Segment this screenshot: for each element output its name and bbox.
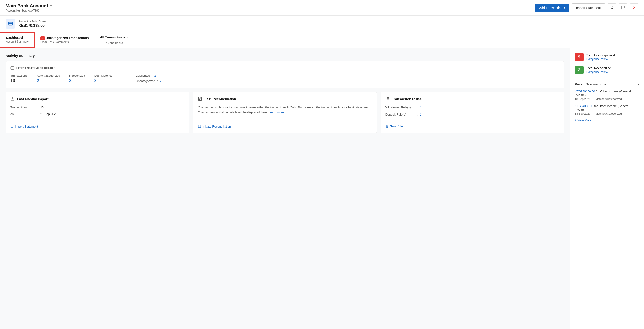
tab-dashboard-subtitle: Account Summary bbox=[6, 40, 28, 43]
add-transaction-button[interactable]: Add Transaction ▾ bbox=[535, 4, 569, 12]
chat-button[interactable] bbox=[618, 4, 628, 12]
new-rule-label: New Rule bbox=[390, 125, 403, 128]
stat-auto-label: Auto-Categorized bbox=[37, 74, 60, 77]
chat-icon bbox=[621, 6, 625, 10]
tab-all-transactions[interactable]: All Transactions ▾ In Zoho Books bbox=[94, 32, 133, 48]
recent-transactions-title: Recent Transactions bbox=[575, 83, 606, 86]
deposit-rule-colon: : bbox=[417, 112, 418, 117]
tabs-bar: Dashboard Account Summary 9 Uncategorize… bbox=[0, 32, 644, 48]
transaction-item-1: KES34038.00 for Other Income (General In… bbox=[575, 104, 640, 115]
uncategorized-badge: 9 bbox=[40, 36, 45, 40]
balance-info: Amount in Zoho Books KES170,188.00 bbox=[18, 20, 46, 28]
categorize-now-uncategorized-link[interactable]: Categorize now ▸ bbox=[586, 58, 615, 61]
stat-recognized: Recognized 2 bbox=[69, 74, 85, 83]
total-recognized-title: Total Recognized bbox=[586, 66, 611, 70]
left-panel: Activity Summary LATEST STATEMENT DETAIL… bbox=[0, 48, 570, 329]
transaction-item-0: KES136150.00 for Other Income (General I… bbox=[575, 89, 640, 101]
account-dropdown-icon[interactable]: ▾ bbox=[50, 4, 52, 8]
last-reconciliation-footer: Initiate Reconciliation bbox=[198, 125, 372, 128]
stat-auto-value: 2 bbox=[37, 78, 60, 83]
duplicates-row: Duplicates : 2 bbox=[136, 74, 162, 77]
import-transactions-label: Transactions bbox=[10, 105, 36, 110]
balance-icon bbox=[6, 19, 15, 29]
duplicates-section: Duplicates : 2 Uncategorized : 7 bbox=[136, 74, 162, 83]
view-more-link[interactable]: + View More bbox=[575, 119, 640, 122]
settings-icon: ⚙ bbox=[610, 6, 614, 10]
last-manual-import-icon bbox=[10, 97, 14, 101]
uncategorized-row-value[interactable]: 7 bbox=[160, 79, 161, 83]
recent-transactions-chevron[interactable]: ❯ bbox=[637, 83, 640, 86]
add-transaction-label: Add Transaction bbox=[539, 6, 562, 10]
main-content: Activity Summary LATEST STATEMENT DETAIL… bbox=[0, 48, 644, 329]
recognized-badge-circle: 2 bbox=[575, 66, 584, 74]
svg-rect-8 bbox=[198, 97, 202, 101]
import-statement-button[interactable]: Import Statement bbox=[572, 4, 605, 12]
last-reconciliation-body: You can reconcile your transactions to e… bbox=[198, 105, 372, 120]
tab-dashboard[interactable]: Dashboard Account Summary bbox=[0, 32, 34, 48]
duplicates-label: Duplicates bbox=[136, 74, 150, 77]
transaction-item-0-line1: KES136150.00 for Other Income (General I… bbox=[575, 89, 640, 97]
bottom-cards-row: Last Manual Import Transactions : 13 on … bbox=[6, 92, 564, 133]
total-recognized-section: 2 Total Recognized Categorize now ▸ bbox=[575, 66, 640, 74]
stat-transactions: Transactions 13 bbox=[10, 74, 28, 83]
transaction-item-1-line1: KES34038.00 for Other Income (General In… bbox=[575, 104, 640, 111]
transaction-status-0: Matched/Categorized bbox=[596, 98, 622, 101]
tab-dashboard-title: Dashboard bbox=[6, 36, 28, 40]
withdrawal-rule-row: Withdrawal Rule(s) : 1 bbox=[386, 105, 560, 110]
last-reconciliation-title: Last Reconciliation bbox=[204, 97, 236, 101]
balance-label: Amount in Zoho Books bbox=[18, 20, 46, 23]
last-manual-import-title: Last Manual Import bbox=[17, 97, 49, 101]
initiate-reconciliation-button[interactable]: Initiate Reconciliation bbox=[198, 125, 231, 128]
add-transaction-chevron: ▾ bbox=[564, 6, 565, 10]
balance-amount: KES170,188.00 bbox=[18, 24, 46, 28]
header-right: Add Transaction ▾ Import Statement ⚙ ✕ bbox=[535, 4, 638, 12]
import-statement-link-label: Import Statement bbox=[15, 125, 38, 128]
import-on-value: 21 Sep 2023 bbox=[40, 112, 58, 117]
new-rule-button[interactable]: ⊕ New Rule bbox=[386, 124, 403, 128]
activity-summary-title: Activity Summary bbox=[6, 54, 564, 58]
transaction-date-0: 18 Sep 2023 bbox=[575, 98, 590, 101]
uncategorized-row-label: Uncategorized bbox=[136, 79, 155, 83]
total-uncategorized-title: Total Uncategorized bbox=[586, 53, 615, 57]
settings-button[interactable]: ⚙ bbox=[608, 4, 616, 12]
initiate-reconciliation-icon bbox=[198, 125, 201, 128]
stats-row: Transactions 13 Auto-Categorized 2 Recog… bbox=[10, 74, 560, 83]
withdrawal-rule-value[interactable]: 1 bbox=[420, 105, 422, 110]
transaction-rules-header: Transaction Rules bbox=[386, 97, 560, 101]
close-button[interactable]: ✕ bbox=[630, 4, 638, 12]
stat-best-matches-value: 3 bbox=[94, 78, 113, 83]
uncategorized-badge-circle: 9 bbox=[575, 53, 584, 62]
duplicates-value[interactable]: 2 bbox=[154, 74, 156, 77]
transaction-separator-0: | bbox=[592, 98, 593, 101]
transaction-rules-body: Withdrawal Rule(s) : 1 Deposit Rule(s) :… bbox=[386, 105, 560, 119]
tab-uncategorized-subtitle: From Bank Statements bbox=[40, 41, 89, 44]
right-panel-divider bbox=[575, 79, 640, 79]
learn-more-link[interactable]: Learn more. bbox=[268, 110, 284, 114]
stat-auto-categorized: Auto-Categorized 2 bbox=[37, 74, 60, 83]
transaction-meta-1: 18 Sep 2023 | Matched/Categorized bbox=[575, 112, 640, 115]
categorize-now-recognized-link[interactable]: Categorize now ▸ bbox=[586, 71, 611, 74]
latest-statement-card: LATEST STATEMENT DETAILS Transactions 13… bbox=[6, 61, 564, 88]
transaction-amount-1[interactable]: KES34038.00 bbox=[575, 104, 593, 108]
transaction-rules-title: Transaction Rules bbox=[392, 97, 422, 101]
balance-bar: Amount in Zoho Books KES170,188.00 bbox=[0, 16, 644, 32]
deposit-rule-value[interactable]: 1 bbox=[420, 112, 422, 117]
new-rule-icon: ⊕ bbox=[386, 124, 388, 128]
transaction-rules-icon bbox=[386, 97, 390, 101]
tab-uncategorized[interactable]: 9 Uncategorized Transactions From Bank S… bbox=[35, 32, 94, 48]
stat-transactions-value: 13 bbox=[10, 78, 28, 83]
svg-rect-0 bbox=[8, 23, 12, 26]
account-number: Account Number: xxxx7890 bbox=[6, 9, 52, 12]
transaction-amount-0[interactable]: KES136150.00 bbox=[575, 90, 595, 93]
initiate-reconciliation-label: Initiate Reconciliation bbox=[202, 125, 231, 128]
import-on-colon: : bbox=[38, 112, 38, 117]
last-reconciliation-card: Last Reconciliation You can reconcile yo… bbox=[193, 92, 377, 133]
header-left: Main Bank Account ▾ Account Number: xxxx… bbox=[6, 3, 52, 12]
last-manual-import-body: Transactions : 13 on : 21 Sep 2023 bbox=[10, 105, 184, 120]
import-transactions-value: 13 bbox=[40, 105, 44, 110]
stat-recognized-label: Recognized bbox=[69, 74, 85, 77]
all-transactions-chevron: ▾ bbox=[126, 36, 128, 39]
svg-rect-12 bbox=[198, 125, 201, 128]
import-statement-link-button[interactable]: Import Statement bbox=[10, 125, 38, 128]
last-manual-import-footer: Import Statement bbox=[10, 125, 184, 128]
